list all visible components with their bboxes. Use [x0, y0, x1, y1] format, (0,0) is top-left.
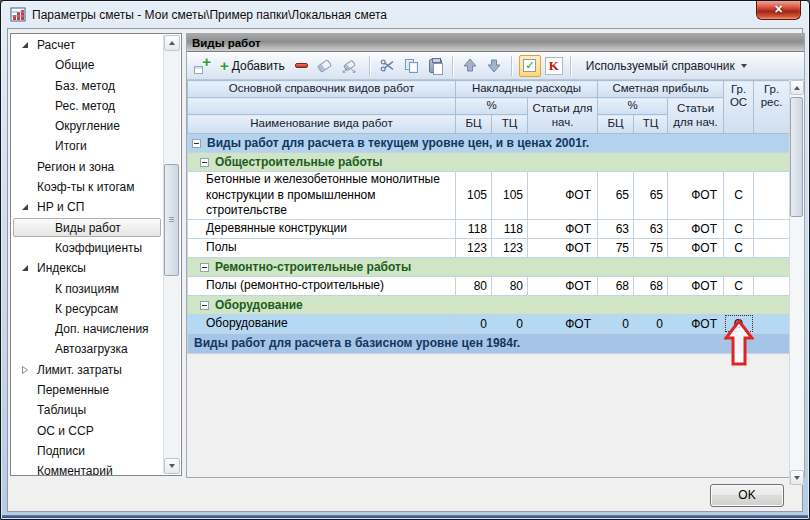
group-row-base-prices-1984[interactable]: Виды работ для расчета в базисном уровне…: [188, 333, 790, 353]
cell-sp-articles[interactable]: ФОТ: [668, 314, 724, 333]
sidebar-item-tablicy[interactable]: Таблицы: [11, 400, 163, 420]
cell-sp-bc[interactable]: 0: [598, 314, 634, 333]
cell-sp-tc[interactable]: 63: [634, 219, 668, 238]
cell-gr-res[interactable]: [754, 276, 790, 295]
sidebar-item-koefficienty[interactable]: Коэффициенты: [11, 238, 163, 258]
cell-sp-bc[interactable]: 75: [598, 238, 634, 257]
sidebar-item-baz-metod[interactable]: Баз. метод: [11, 76, 163, 96]
group-row-remontno-stroitelnye[interactable]: Ремонтно-строительные работы: [188, 257, 790, 276]
cell-sp-tc[interactable]: 68: [634, 276, 668, 295]
cell-sp-bc[interactable]: 68: [598, 276, 634, 295]
collapse-icon[interactable]: [200, 263, 209, 272]
cell-gr-os-focused[interactable]: О: [724, 314, 754, 333]
expanded-icon[interactable]: [20, 202, 30, 212]
cell-nr-tc[interactable]: 0: [492, 314, 528, 333]
cell-sp-tc[interactable]: 75: [634, 238, 668, 257]
grid-scrollbar[interactable]: [789, 80, 804, 485]
collapse-icon[interactable]: [192, 139, 201, 148]
add-from-catalog-button[interactable]: +: [191, 56, 213, 76]
sidebar-item-k-poziciyam[interactable]: К позициям: [11, 279, 163, 299]
sidebar-item-peremennye[interactable]: Переменные: [11, 380, 163, 400]
sidebar-item-okruglenie[interactable]: Округление: [11, 116, 163, 136]
sidebar-item-res-metod[interactable]: Рес. метод: [11, 96, 163, 116]
cell-nr-tc[interactable]: 118: [492, 219, 528, 238]
cell-sp-tc[interactable]: 65: [634, 172, 668, 220]
add-button[interactable]: + Добавить: [217, 57, 288, 75]
sidebar-item-region-i-zona[interactable]: Регион и зона: [11, 157, 163, 177]
sidebar-item-koef-ty-k-itogam[interactable]: Коэф-ты к итогам: [11, 177, 163, 197]
scroll-up-icon[interactable]: [164, 35, 180, 51]
cell-sp-bc[interactable]: 63: [598, 219, 634, 238]
sidebar-item-kommentarij[interactable]: Комментарий: [11, 461, 163, 476]
cut-button[interactable]: [377, 56, 398, 75]
group-row-obshchestroitelnye[interactable]: Общестроительные работы: [188, 153, 790, 172]
cell-name[interactable]: Деревянные конструкции: [188, 219, 456, 238]
ok-button[interactable]: OK: [710, 484, 784, 507]
sidebar-item-os-i-ssr[interactable]: ОС и ССР: [11, 421, 163, 441]
sidebar-item-itogi[interactable]: Итоги: [11, 136, 163, 156]
collapse-icon[interactable]: [200, 158, 209, 167]
cell-gr-os[interactable]: С: [724, 238, 754, 257]
cell-sp-tc[interactable]: 0: [634, 314, 668, 333]
cell-nr-tc[interactable]: 80: [492, 276, 528, 295]
cell-gr-res[interactable]: [754, 219, 790, 238]
collapse-icon[interactable]: [200, 301, 209, 310]
sidebar-item-k-resursam[interactable]: К ресурсам: [11, 299, 163, 319]
sidebar-item-avtozagruzka[interactable]: Автозагрузка: [11, 339, 163, 359]
sidebar-item-indeksy[interactable]: Индексы: [11, 258, 163, 278]
title-bar[interactable]: Параметры сметы - Мои сметы\Пример папки…: [1, 1, 809, 28]
scroll-up-icon[interactable]: [790, 80, 804, 95]
cell-nr-bc[interactable]: 0: [456, 314, 492, 333]
move-down-button[interactable]: [484, 56, 504, 75]
cell-gr-res[interactable]: [754, 172, 790, 220]
sidebar-item-obshchie[interactable]: Общие: [11, 55, 163, 75]
delete-button[interactable]: [292, 61, 311, 70]
cell-nr-bc[interactable]: 118: [456, 219, 492, 238]
sidebar-item-dop-nachisleniya[interactable]: Доп. начисления: [11, 319, 163, 339]
sidebar-item-raschet[interactable]: Расчет: [11, 35, 163, 55]
cell-nr-bc[interactable]: 123: [456, 238, 492, 257]
cell-name[interactable]: Полы: [188, 238, 456, 257]
expanded-icon[interactable]: [20, 40, 30, 50]
checkbox-mode-toggle[interactable]: ✓: [519, 55, 541, 77]
cell-nr-bc[interactable]: 80: [456, 276, 492, 295]
cell-sp-articles[interactable]: ФОТ: [668, 276, 724, 295]
erase-all-button[interactable]: ↙↘: [338, 56, 362, 76]
erase-button[interactable]: [315, 60, 334, 72]
cell-name[interactable]: Оборудование: [188, 314, 456, 333]
sidebar-item-limit-zatraty[interactable]: Лимит. затраты: [11, 360, 163, 380]
cell-name[interactable]: Полы (ремонтно-строительные): [188, 276, 456, 295]
move-up-button[interactable]: [460, 56, 480, 75]
copy-button[interactable]: [402, 57, 422, 75]
dictionary-dropdown-button[interactable]: Используемый справочник: [578, 56, 755, 76]
cell-gr-os[interactable]: С: [724, 276, 754, 295]
group-row-oborudovanie[interactable]: Оборудование: [188, 295, 790, 314]
paste-button[interactable]: [426, 57, 445, 75]
sidebar-item-podpisi[interactable]: Подписи: [11, 441, 163, 461]
collapsed-icon[interactable]: [20, 365, 30, 375]
cell-nr-bc[interactable]: 105: [456, 172, 492, 220]
cell-nr-articles[interactable]: ФОТ: [528, 238, 598, 257]
scrollbar-thumb[interactable]: [790, 97, 803, 217]
expanded-icon[interactable]: [20, 263, 30, 273]
cell-nr-articles[interactable]: ФОТ: [528, 276, 598, 295]
scroll-down-icon[interactable]: [790, 470, 804, 485]
sidebar-scrollbar[interactable]: [163, 35, 180, 474]
cell-sp-articles[interactable]: ФОТ: [668, 238, 724, 257]
cell-sp-articles[interactable]: ФОТ: [668, 172, 724, 220]
close-button[interactable]: ×: [756, 0, 801, 20]
cell-name[interactable]: Бетонные и железобетонные монолитные кон…: [188, 172, 456, 220]
cell-gr-os[interactable]: С: [724, 172, 754, 220]
coefficient-k-button[interactable]: K: [545, 57, 563, 75]
cell-nr-articles[interactable]: ФОТ: [528, 219, 598, 238]
sidebar-item-vidy-rabot[interactable]: Виды работ: [11, 218, 163, 238]
sidebar-item-nr-i-sp[interactable]: НР и СП: [11, 197, 163, 217]
cell-nr-tc[interactable]: 105: [492, 172, 528, 220]
cell-gr-os[interactable]: С: [724, 219, 754, 238]
cell-nr-tc[interactable]: 123: [492, 238, 528, 257]
group-row-current-prices[interactable]: Виды работ для расчета в текущем уровне …: [188, 134, 790, 153]
cell-sp-bc[interactable]: 65: [598, 172, 634, 220]
cell-sp-articles[interactable]: ФОТ: [668, 219, 724, 238]
scrollbar-thumb[interactable]: [164, 164, 179, 276]
cell-nr-articles[interactable]: ФОТ: [528, 314, 598, 333]
